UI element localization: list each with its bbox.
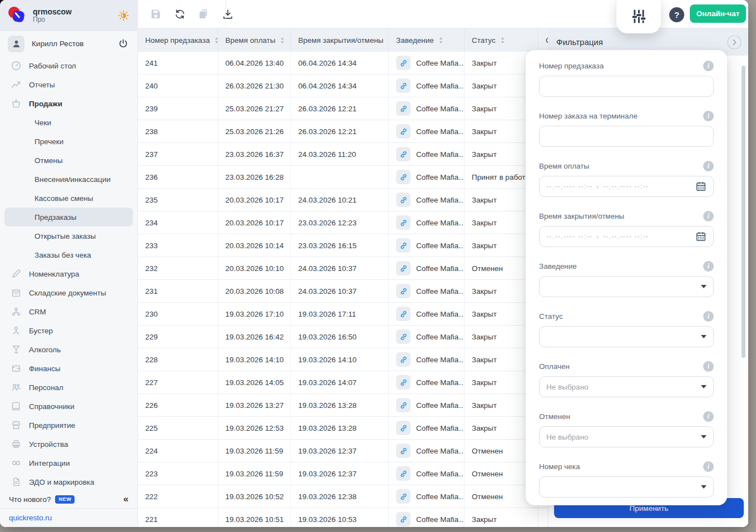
sidebar-item-рабочий-стол[interactable]: Рабочий стол (0, 56, 137, 75)
select-input[interactable] (539, 326, 714, 347)
select-input[interactable]: Не выбрано (539, 426, 714, 447)
sidebar-item-финансы[interactable]: Финансы (0, 359, 137, 378)
select-input[interactable]: Не выбрано (539, 376, 714, 397)
panel-collapse-chevron-icon[interactable] (727, 35, 742, 50)
info-icon[interactable]: i (703, 261, 714, 272)
cell-paid-time: 19.03.2026 11:59 (218, 462, 291, 485)
venue-link-icon[interactable] (396, 352, 411, 367)
venue-link-icon[interactable] (396, 124, 411, 139)
sidebar-item-предприятие[interactable]: Предприятие (0, 416, 137, 435)
venue-link-icon[interactable] (396, 375, 411, 390)
sidebar-item-внесения-инкассации[interactable]: Внесения/инкассации (0, 170, 137, 189)
info-icon[interactable]: i (703, 411, 714, 422)
info-icon[interactable]: i (703, 61, 714, 71)
cell-preorder-number: 222 (138, 485, 218, 508)
column-header-номер-предзаказа[interactable]: Номер предзаказа (138, 28, 218, 52)
venue-link-icon[interactable] (396, 170, 411, 184)
venue-link-icon[interactable] (396, 307, 411, 321)
text-input[interactable] (539, 76, 714, 97)
calendar-icon[interactable] (695, 181, 706, 192)
help-button[interactable]: ? (669, 7, 684, 22)
field-label-row: Время закрытия/отменыi (539, 211, 714, 220)
sidebar-item-пречеки[interactable]: Пречеки (0, 132, 137, 151)
daterange-input[interactable]: --.--.---- --:--›--.--.---- --:-- (539, 226, 714, 247)
venue-link-icon[interactable] (396, 261, 411, 275)
sidebar-item-отчеты[interactable]: Отчеты (0, 75, 137, 94)
refresh-button[interactable] (173, 7, 186, 21)
venue-link-icon[interactable] (396, 398, 411, 412)
sidebar-item-чеки[interactable]: Чеки (0, 113, 137, 132)
booster-icon (11, 326, 21, 336)
panel-scrollbar[interactable] (742, 66, 745, 358)
download-button[interactable] (221, 7, 234, 21)
sidebar-item-открытые-заказы[interactable]: Открытые заказы (0, 226, 137, 245)
calendar-icon[interactable] (695, 231, 706, 242)
collapse-sidebar-icon[interactable]: « (123, 494, 129, 505)
venue-link-icon[interactable] (396, 147, 411, 161)
info-icon[interactable]: i (703, 111, 714, 121)
whats-new-row[interactable]: Что нового? NEW « (0, 490, 137, 508)
cell-preorder-number: 236 (138, 166, 218, 188)
info-icon[interactable]: i (703, 461, 714, 472)
venue-link-icon[interactable] (396, 101, 411, 116)
date-from-placeholder: --.--.---- --:-- (546, 233, 592, 240)
enterprise-icon (11, 420, 21, 430)
venue-link-icon[interactable] (396, 238, 411, 253)
sidebar-item-crm[interactable]: CRM (0, 302, 137, 321)
column-header-заведение[interactable]: Заведение (389, 28, 465, 52)
cell-preorder-number: 226 (138, 394, 218, 416)
sidebar-item-бустер[interactable]: Бустер (0, 321, 137, 340)
venue-link-icon[interactable] (396, 444, 411, 458)
column-header-время-закрытия-отмены[interactable]: Время закрытия/отмены (291, 28, 389, 52)
daterange-input[interactable]: --.--.---- --:--›--.--.---- --:-- (539, 176, 714, 197)
info-icon[interactable]: i (703, 361, 714, 372)
quickresto-link[interactable]: quickresto.ru (0, 508, 137, 527)
info-icon[interactable]: i (703, 161, 714, 171)
cell-paid-time: 06.04.2026 13:40 (218, 52, 291, 74)
sidebar-item-устройства[interactable]: Устройства (0, 435, 137, 454)
venue-link-icon[interactable] (396, 78, 411, 93)
sidebar-item-эдо-и-маркировка[interactable]: ЭДО и маркировка (0, 472, 137, 491)
sidebar-item-номенклатура[interactable]: Номенклатура (0, 264, 137, 283)
column-header-статус[interactable]: Статус (465, 28, 538, 52)
venue-link-icon[interactable] (396, 193, 411, 207)
sidebar-item-заказы-без-чека[interactable]: Заказы без чека (0, 245, 137, 264)
logout-power-icon[interactable] (118, 38, 129, 49)
sidebar-item-предзаказы[interactable]: Предзаказы (4, 208, 133, 226)
venue-name: Coffee Mafia… (416, 196, 465, 204)
venue-name: Coffee Mafia… (416, 242, 465, 250)
filter-toggle-card[interactable] (616, 0, 661, 33)
venue-link-icon[interactable] (396, 421, 411, 435)
sidebar-item-отмены[interactable]: Отмены (0, 151, 137, 170)
column-header-время-оплаты[interactable]: Время оплаты (218, 28, 291, 52)
venue-link-icon[interactable] (396, 512, 411, 526)
venue-link-icon[interactable] (396, 329, 411, 344)
venue-link-icon[interactable] (396, 489, 411, 504)
venue-link-icon[interactable] (396, 56, 411, 70)
venue-link-icon[interactable] (396, 284, 411, 298)
online-chat-button[interactable]: Онлайн-чат (690, 4, 746, 23)
sidebar-item-кассовые-смены[interactable]: Кассовые смены (0, 189, 137, 208)
info-icon[interactable]: i (703, 311, 714, 322)
sidebar-item-продажи[interactable]: Продажи (0, 94, 137, 113)
venue-name: Coffee Mafia… (416, 59, 465, 67)
venue-name: Coffee Mafia… (416, 105, 465, 113)
sidebar-item-справочники[interactable]: Справочники (0, 397, 137, 416)
dashboard-icon (11, 61, 21, 71)
cell-preorder-number: 231 (138, 280, 218, 302)
sidebar-item-персонал[interactable]: Персонал (0, 378, 137, 397)
venue-link-icon[interactable] (396, 215, 411, 230)
info-icon[interactable]: i (703, 211, 714, 221)
sidebar-item-интеграции[interactable]: Интеграции (0, 454, 137, 472)
venue-link-icon[interactable] (396, 466, 411, 481)
column-label: Заведение (396, 36, 434, 45)
sidebar-item-алкоголь[interactable]: Алкоголь (0, 340, 137, 359)
select-input[interactable] (539, 476, 714, 497)
theme-sun-icon[interactable] (117, 9, 130, 22)
select-input[interactable] (539, 276, 714, 297)
text-input[interactable] (539, 126, 714, 147)
range-arrow-icon: › (596, 233, 599, 241)
sidebar-item-складские-документы[interactable]: Складские документы (0, 283, 137, 302)
cell-closed-time: 23.03.2026 16:15 (291, 234, 389, 257)
user-row[interactable]: Кирилл Рестов (0, 31, 137, 56)
